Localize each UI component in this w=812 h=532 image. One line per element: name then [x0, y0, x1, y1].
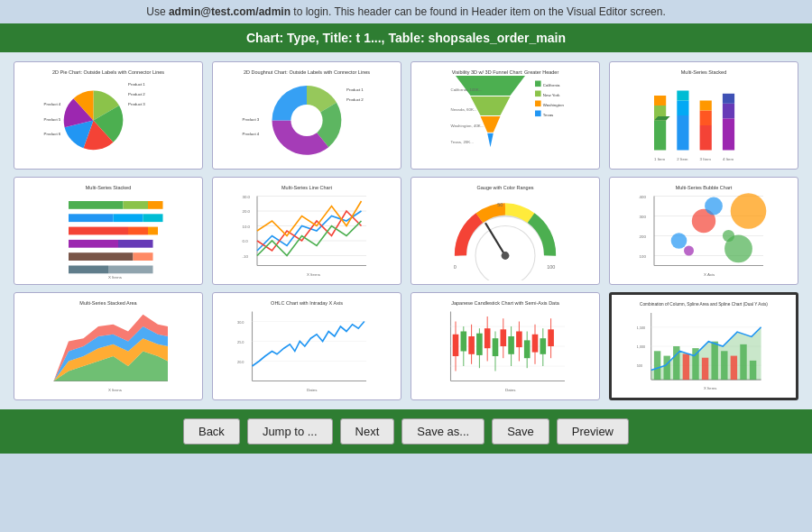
svg-rect-168: [711, 342, 717, 380]
svg-rect-149: [532, 335, 539, 353]
chart-grid-row2: Multi-Series Stacked: [14, 177, 798, 285]
svg-text:California: California: [543, 83, 560, 87]
svg-point-97: [684, 246, 694, 256]
svg-rect-35: [677, 115, 688, 151]
info-prefix: Use: [146, 5, 169, 18]
svg-rect-135: [476, 334, 483, 355]
svg-text:500: 500: [637, 364, 642, 368]
chart-cell-bar3d[interactable]: Multi-Series Stacked: [609, 61, 798, 170]
svg-rect-131: [461, 332, 467, 352]
svg-text:Product 3: Product 3: [243, 117, 260, 122]
chart-cell-line[interactable]: Multi-Series Line Chart 30.0 20.0 10.0: [212, 177, 401, 285]
svg-rect-133: [468, 336, 475, 354]
svg-rect-37: [677, 91, 688, 101]
svg-text:X Items: X Items: [108, 388, 123, 392]
svg-text:Nevada, 60K...: Nevada, 60K...: [451, 107, 477, 112]
chart-cell-bubble[interactable]: Multi-Series Bubble Chart 400 300: [609, 177, 798, 285]
svg-text:Product 2: Product 2: [346, 97, 364, 102]
svg-text:1,000: 1,000: [637, 345, 645, 349]
svg-text:Texas, 20K...: Texas, 20K...: [451, 140, 474, 144]
svg-text:20.0: 20.0: [237, 361, 244, 364]
chart-cell-candlestick[interactable]: Japanese Candlestick Chart with Semi-Axi…: [411, 292, 600, 400]
svg-rect-40: [700, 101, 712, 111]
header-title: Chart: Type, Title: t 1..., Table: shops…: [246, 31, 566, 45]
svg-rect-41: [723, 118, 734, 150]
svg-text:X Axis: X Axis: [704, 272, 715, 277]
svg-text:Washington, 40K...: Washington, 40K...: [451, 124, 484, 128]
svg-text:Multi-Series Stacked Area: Multi-Series Stacked Area: [79, 300, 137, 306]
svg-rect-20: [535, 111, 541, 117]
svg-text:Multi-Series Line Chart: Multi-Series Line Chart: [281, 185, 332, 190]
back-button[interactable]: Back: [183, 418, 240, 445]
svg-rect-165: [683, 353, 689, 380]
svg-rect-139: [493, 338, 499, 356]
svg-marker-25: [487, 133, 494, 147]
svg-rect-172: [750, 361, 756, 380]
info-bar: Use admin@test.com/admin to login. This …: [0, 0, 812, 23]
preview-button[interactable]: Preview: [557, 418, 629, 445]
svg-rect-137: [484, 328, 491, 348]
chart-cell-pie[interactable]: 2D Pie Chart: Outside Labels with Connec…: [14, 61, 203, 170]
svg-rect-52: [69, 214, 114, 222]
info-suffix: to login. This header can be found in He…: [291, 5, 666, 18]
svg-rect-33: [654, 96, 666, 105]
svg-text:100: 100: [547, 264, 555, 270]
svg-text:2 Item: 2 Item: [677, 157, 688, 161]
svg-text:Combination of Column, Spline : Combination of Column, Spline Area and S…: [640, 302, 768, 307]
svg-rect-55: [69, 227, 128, 235]
page-header: Chart: Type, Title: t 1..., Table: shops…: [0, 23, 812, 52]
jump-to-button[interactable]: Jump to ...: [247, 418, 333, 445]
svg-rect-51: [148, 201, 163, 209]
svg-text:2D Pie Chart: Outside Labels w: 2D Pie Chart: Outside Labels with Connec…: [52, 69, 164, 75]
svg-text:X Items: X Items: [704, 386, 716, 390]
svg-text:Washington: Washington: [543, 103, 565, 107]
svg-text:3 Item: 3 Item: [700, 157, 712, 161]
footer-bar: Back Jump to ... Next Save as... Save Pr…: [0, 409, 812, 454]
svg-rect-59: [118, 240, 153, 248]
svg-point-98: [705, 197, 723, 216]
credential: admin@test.com/admin: [169, 5, 291, 18]
svg-point-96: [731, 193, 767, 229]
svg-text:2D Doughnut Chart: Outside Lab: 2D Doughnut Chart: Outside Labels with C…: [244, 69, 370, 75]
svg-text:California, 100K...: California, 100K...: [451, 87, 483, 92]
svg-text:Product 2: Product 2: [128, 92, 145, 96]
svg-text:1,500: 1,500: [637, 326, 645, 330]
svg-text:Multi-Series Bubble Chart: Multi-Series Bubble Chart: [676, 185, 733, 190]
svg-rect-42: [723, 104, 734, 119]
next-button[interactable]: Next: [340, 418, 395, 445]
svg-rect-143: [508, 336, 514, 354]
svg-rect-153: [548, 329, 554, 346]
svg-rect-129: [453, 335, 459, 356]
chart-cell-area[interactable]: Multi-Series Stacked Area X Items: [14, 292, 203, 400]
chart-cell-combo[interactable]: Combination of Column, Spline Area and S…: [609, 292, 798, 400]
chart-cell-stockline[interactable]: OHLC Chart with Intraday X Axis 30.0 25.…: [212, 292, 401, 400]
svg-text:Visibility 3D w/ 3D Funnel Cha: Visibility 3D w/ 3D Funnel Chart: Greate…: [452, 69, 559, 75]
save-as-button[interactable]: Save as...: [401, 418, 484, 445]
svg-rect-16: [535, 91, 541, 97]
svg-rect-162: [654, 351, 660, 380]
svg-rect-167: [702, 358, 708, 380]
svg-rect-56: [128, 227, 148, 235]
svg-text:New York: New York: [543, 93, 560, 97]
chart-cell-hbar[interactable]: Multi-Series Stacked: [14, 177, 203, 285]
svg-rect-61: [134, 252, 153, 261]
svg-rect-39: [700, 111, 712, 126]
svg-text:4 Item: 4 Item: [723, 157, 734, 161]
svg-point-8: [291, 105, 322, 136]
chart-cell-gauge[interactable]: Gauge with Color Ranges 0 50 100: [411, 177, 600, 285]
save-button[interactable]: Save: [492, 418, 549, 445]
svg-text:20.0: 20.0: [243, 209, 251, 214]
svg-text:X Items: X Items: [108, 275, 123, 280]
svg-rect-58: [69, 240, 118, 248]
chart-cell-funnel[interactable]: Visibility 3D w/ 3D Funnel Chart: Greate…: [411, 61, 600, 170]
svg-rect-147: [524, 340, 531, 358]
chart-cell-donut[interactable]: 2D Doughnut Chart: Outside Labels with C…: [212, 61, 401, 170]
svg-rect-145: [516, 332, 522, 348]
chart-grid-row1: 2D Pie Chart: Outside Labels with Connec…: [14, 61, 798, 170]
svg-text:Multi-Series Stacked: Multi-Series Stacked: [681, 69, 726, 75]
svg-rect-53: [114, 214, 143, 222]
svg-text:30.0: 30.0: [243, 195, 251, 199]
svg-rect-141: [501, 329, 507, 346]
chart-gallery: 2D Pie Chart: Outside Labels with Connec…: [0, 52, 812, 409]
svg-rect-43: [723, 94, 734, 104]
